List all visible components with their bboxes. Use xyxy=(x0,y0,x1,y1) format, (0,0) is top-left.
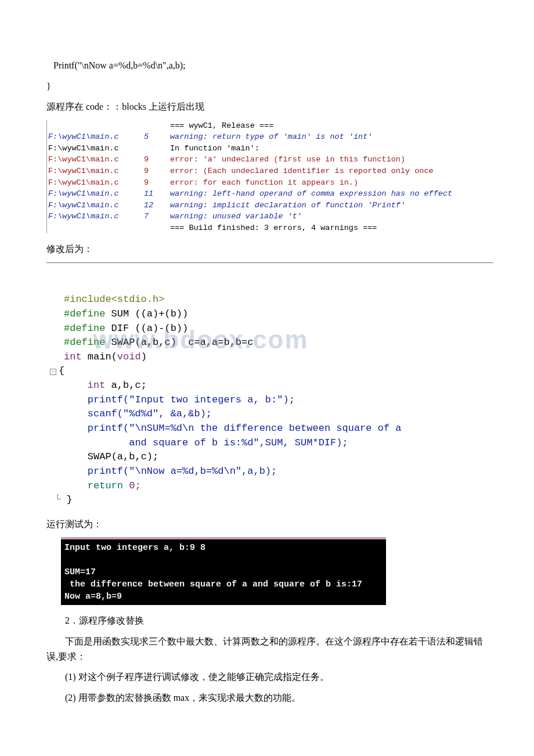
code-define-3: SWAP(a,b,c) c=a,a=b,b=c xyxy=(105,337,253,348)
code-main: main xyxy=(88,351,111,362)
snippet-line-1: Printf("\nNow a=%d,b=%d\n",a,b); xyxy=(46,58,493,73)
text-before-compiler: 源程序在 code：：blocks 上运行后出现 xyxy=(46,99,493,114)
code-rbrace: } xyxy=(66,494,72,505)
code-abc: a,b,c; xyxy=(105,380,146,391)
code-printf-3: printf xyxy=(88,466,123,477)
snippet-line-2: } xyxy=(46,79,493,94)
text-req-2: (2) 用带参数的宏替换函数 max，来实现求最大数的功能。 xyxy=(46,690,493,705)
code-printf-1: printf xyxy=(88,394,123,405)
compiler-row: F:\wywC1\main.c9error: 'a' undeclared (f… xyxy=(48,154,493,165)
code-str-1: ("Input two integers a, b:"); xyxy=(123,394,295,405)
code-zero: 0; xyxy=(123,480,141,491)
code-printf-2: printf xyxy=(88,423,123,434)
code-return-kw: return xyxy=(88,480,123,491)
code-swap: SWAP xyxy=(88,451,111,462)
console-output: Input two integers a, b:9 8 SUM=17 the d… xyxy=(61,537,386,605)
code-void-kw: void xyxy=(117,351,141,362)
code-include: #include<stdio.h> xyxy=(64,294,164,305)
code-scanf: scanf xyxy=(88,408,117,419)
code-str-3b: and square of b is:%d",SUM, SUM*DIF); xyxy=(64,437,348,448)
compiler-output: === wywC1, Release ===F:\wywC1\main.c5wa… xyxy=(46,120,493,234)
code-str-4: ("\nNow a=%d,b=%d\n",a,b); xyxy=(123,466,277,477)
fold-icon[interactable]: − xyxy=(50,369,56,375)
text-runtest: 运行测试为： xyxy=(46,517,493,532)
code-lbrace: { xyxy=(59,365,64,376)
code-editor-block: www.bdocx.com #include<stdio.h> #define … xyxy=(46,262,493,509)
compiler-row: F:\wywC1\main.c12warning: implicit decla… xyxy=(48,200,493,211)
compiler-row: F:\wywC1\main.c7warning: unused variable… xyxy=(48,211,493,222)
code-int-kw: int xyxy=(64,351,82,362)
code-define-1: SUM ((a)+(b)) xyxy=(105,308,188,319)
compiler-row: F:\wywC1\main.c9error: (Each undeclared … xyxy=(48,165,493,177)
compiler-row: F:\wywC1\main.c5warning: return type of … xyxy=(48,131,493,143)
code-swap-args: (a,b,c); xyxy=(111,451,159,462)
code-str-3a: ("\nSUM=%d\n the difference between squa… xyxy=(123,423,401,434)
compiler-row: F:\wywC1\main.c9error: for each function… xyxy=(48,177,493,189)
text-section-2: 2．源程序修改替换 xyxy=(46,613,493,628)
compiler-row: F:\wywC1\main.c11warning: left-hand oper… xyxy=(48,188,493,200)
code-define-kw-1: #define xyxy=(64,308,105,319)
code-int-kw-2: int xyxy=(88,380,106,391)
code-define-kw-2: #define xyxy=(64,323,105,334)
text-desc: 下面是用函数实现求三个数中最大数、计算两数之和的源程序。在这个源程序中存在若干语… xyxy=(46,634,493,664)
code-define-kw-3: #define xyxy=(64,337,105,348)
text-after-fix: 修改后为： xyxy=(46,242,493,257)
code-str-2: ("%d%d", &a,&b); xyxy=(117,408,212,419)
code-define-2: DIF ((a)-(b)) xyxy=(105,323,188,334)
compiler-row: === Build finished: 3 errors, 4 warnings… xyxy=(48,222,493,234)
compiler-row: F:\wywC1\main.cIn function 'main': xyxy=(48,143,493,154)
text-req-1: (1) 对这个例子程序进行调试修改，使之能够正确完成指定任务。 xyxy=(46,669,493,685)
compiler-row: === wywC1, Release === xyxy=(48,120,493,132)
